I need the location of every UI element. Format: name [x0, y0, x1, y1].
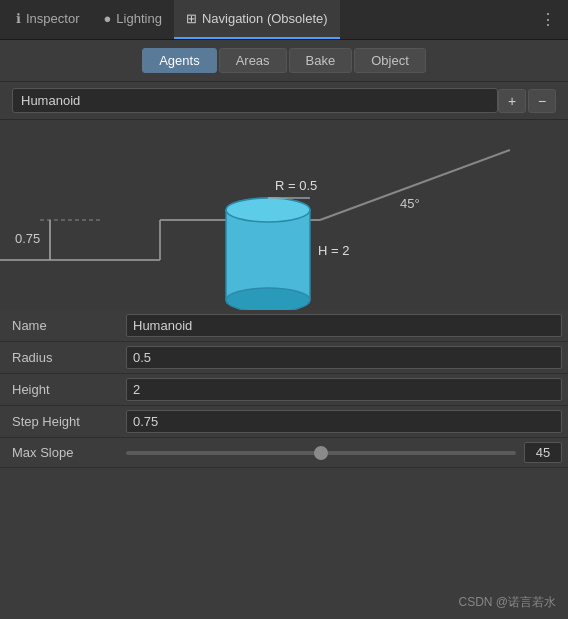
footer-attribution: CSDN @诺言若水 — [458, 594, 556, 611]
tab-inspector-label: Inspector — [26, 11, 79, 26]
prop-label-name: Name — [0, 313, 120, 338]
svg-text:45°: 45° — [400, 196, 420, 211]
svg-point-11 — [226, 198, 310, 222]
agent-name-row: + − — [0, 82, 568, 120]
svg-text:R = 0.5: R = 0.5 — [275, 178, 317, 193]
footer-text: CSDN @诺言若水 — [458, 595, 556, 609]
lighting-icon: ● — [103, 11, 111, 26]
tab-inspector[interactable]: ℹ Inspector — [4, 0, 91, 39]
sub-tab-bar: Agents Areas Bake Object — [0, 40, 568, 82]
prop-value-height — [120, 374, 568, 405]
height-input[interactable] — [126, 378, 562, 401]
add-remove-buttons: + − — [498, 89, 556, 113]
prop-label-step-height: Step Height — [0, 409, 120, 434]
prop-row-radius: Radius — [0, 342, 568, 374]
svg-text:H = 2: H = 2 — [318, 243, 349, 258]
prop-row-step-height: Step Height — [0, 406, 568, 438]
svg-rect-9 — [226, 210, 310, 300]
sub-tab-bake[interactable]: Bake — [289, 48, 353, 73]
tab-navigation-label: Navigation (Obsolete) — [202, 11, 328, 26]
max-slope-slider[interactable] — [126, 451, 516, 455]
step-height-input[interactable] — [126, 410, 562, 433]
agent-name-input[interactable] — [12, 88, 498, 113]
agent-diagram: 0.75 R = 0.5 H = 2 45° — [0, 120, 568, 310]
prop-value-name — [120, 310, 568, 341]
remove-agent-button[interactable]: − — [528, 89, 556, 113]
navigation-icon: ⊞ — [186, 11, 197, 26]
diagram-svg: 0.75 R = 0.5 H = 2 45° — [0, 120, 568, 310]
max-slope-slider-container — [120, 438, 568, 467]
radius-input[interactable] — [126, 346, 562, 369]
prop-label-height: Height — [0, 377, 120, 402]
prop-row-height: Height — [0, 374, 568, 406]
tab-navigation[interactable]: ⊞ Navigation (Obsolete) — [174, 0, 340, 39]
inspector-icon: ℹ — [16, 11, 21, 26]
sub-tab-object[interactable]: Object — [354, 48, 426, 73]
name-input[interactable] — [126, 314, 562, 337]
tab-bar: ℹ Inspector ● Lighting ⊞ Navigation (Obs… — [0, 0, 568, 40]
tab-lighting[interactable]: ● Lighting — [91, 0, 173, 39]
prop-label-max-slope: Max Slope — [0, 440, 120, 465]
sub-tab-areas[interactable]: Areas — [219, 48, 287, 73]
max-slope-value-input[interactable] — [524, 442, 562, 463]
sub-tab-agents[interactable]: Agents — [142, 48, 216, 73]
prop-row-name: Name — [0, 310, 568, 342]
prop-label-radius: Radius — [0, 345, 120, 370]
add-agent-button[interactable]: + — [498, 89, 526, 113]
properties-table: Name Radius Height Step Height Max Slope — [0, 310, 568, 468]
tab-lighting-label: Lighting — [116, 11, 162, 26]
more-menu-button[interactable]: ⋮ — [532, 6, 564, 33]
prop-value-step-height — [120, 406, 568, 437]
prop-row-max-slope: Max Slope — [0, 438, 568, 468]
svg-point-10 — [226, 288, 310, 310]
prop-value-radius — [120, 342, 568, 373]
svg-text:0.75: 0.75 — [15, 231, 40, 246]
